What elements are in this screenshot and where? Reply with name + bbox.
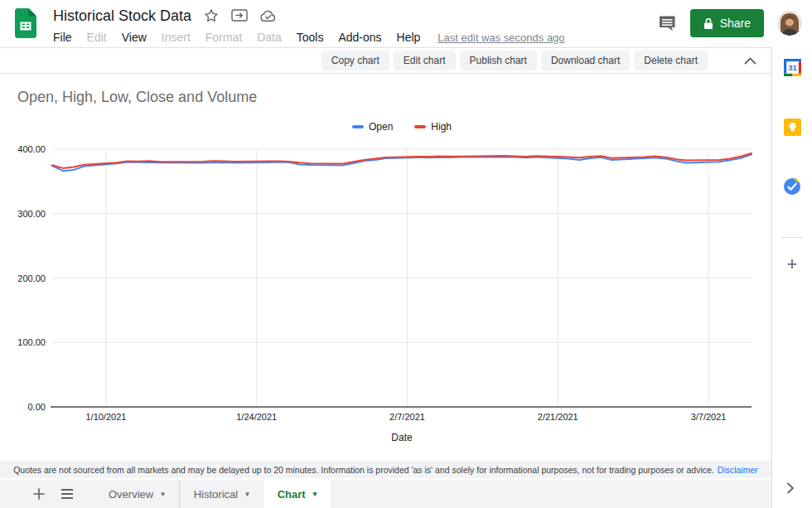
get-add-ons-button[interactable]: +: [787, 256, 798, 273]
menu-edit: Edit: [80, 31, 114, 44]
delete-chart-button[interactable]: Delete chart: [634, 51, 708, 70]
share-button-label: Share: [720, 17, 751, 30]
download-chart-button[interactable]: Download chart: [541, 51, 630, 70]
sheet-tabs: Overview▾Historical▾Chart▾: [94, 480, 331, 508]
menu-view[interactable]: View: [114, 31, 154, 44]
cloud-saved-icon[interactable]: [260, 10, 277, 22]
google-keep-icon[interactable]: [783, 118, 801, 136]
move-to-folder-icon[interactable]: [231, 9, 248, 22]
x-axis-tick-label: 2/7/2021: [389, 412, 425, 422]
share-button[interactable]: Share: [690, 9, 764, 37]
last-edit-link[interactable]: Last edit was seconds ago: [437, 31, 564, 44]
y-axis-tick-label: 400.00: [17, 144, 46, 154]
menu-insert: Insert: [154, 31, 198, 44]
sheet-tab-label: Historical: [194, 488, 238, 501]
y-axis-tick-label: 100.00: [17, 337, 46, 347]
document-title[interactable]: Historical Stock Data: [53, 7, 191, 25]
comment-history-icon[interactable]: [658, 15, 677, 32]
publish-chart-button[interactable]: Publish chart: [460, 51, 537, 70]
tab-dropdown-arrow-icon[interactable]: ▾: [245, 490, 249, 498]
y-axis-tick-label: 0.00: [28, 402, 46, 412]
hide-side-panel-button[interactable]: [785, 481, 796, 498]
sheet-tab-chart[interactable]: Chart▾: [263, 480, 331, 508]
sheet-tab-bar: Overview▾Historical▾Chart▾: [0, 480, 771, 508]
x-axis-title: Date: [391, 432, 413, 443]
lock-icon: [703, 17, 713, 30]
quotes-disclaimer-bar: Quotes are not sourced from all markets …: [0, 461, 771, 478]
google-sheets-app: Historical Stock Data FileEditViewInsert…: [0, 0, 812, 508]
menu-bar: FileEditViewInsertFormatDataToolsAdd-ons…: [53, 28, 565, 46]
x-axis-tick-label: 1/24/2021: [236, 412, 277, 422]
series-line-high: [52, 153, 752, 168]
menu-format: Format: [198, 31, 249, 44]
tab-dropdown-arrow-icon[interactable]: ▾: [161, 490, 165, 498]
x-axis-tick-label: 1/10/2021: [85, 412, 126, 422]
edit-chart-button[interactable]: Edit chart: [394, 51, 456, 70]
title-block: Historical Stock Data FileEditViewInsert…: [53, 5, 565, 46]
sheet-tab-label: Overview: [109, 488, 153, 501]
top-bar-right: Share: [658, 9, 802, 37]
collapse-toolbar-button[interactable]: [742, 56, 758, 66]
side-panel: 31 +: [771, 47, 812, 508]
star-icon[interactable]: [204, 8, 219, 23]
tab-dropdown-arrow-icon[interactable]: ▾: [313, 490, 317, 498]
menu-add-ons[interactable]: Add-ons: [331, 31, 389, 44]
google-tasks-icon[interactable]: [783, 177, 801, 196]
stock-line-chart: 0.00100.00200.00300.00400.001/10/20211/2…: [0, 75, 771, 461]
disclaimer-text: Quotes are not sourced from all markets …: [13, 465, 714, 475]
menu-help[interactable]: Help: [389, 31, 428, 44]
copy-chart-button[interactable]: Copy chart: [321, 51, 389, 70]
y-axis-tick-label: 200.00: [17, 273, 46, 283]
google-calendar-icon[interactable]: 31: [783, 58, 801, 76]
svg-text:31: 31: [788, 63, 797, 72]
x-axis-tick-label: 2/21/2021: [538, 412, 578, 422]
side-panel-divider: [781, 237, 803, 238]
add-sheet-button[interactable]: [25, 480, 53, 508]
x-axis-tick-label: 3/7/2021: [691, 412, 727, 422]
menu-file[interactable]: File: [53, 31, 80, 44]
all-sheets-menu-button[interactable]: [53, 480, 81, 508]
menu-tools[interactable]: Tools: [289, 31, 331, 44]
google-sheets-logo-icon[interactable]: [15, 8, 36, 41]
sheet-tab-historical[interactable]: Historical▾: [179, 480, 263, 508]
y-axis-tick-label: 300.00: [17, 209, 46, 219]
user-avatar[interactable]: [777, 11, 802, 36]
top-bar: Historical Stock Data FileEditViewInsert…: [0, 0, 812, 47]
sheet-tab-overview[interactable]: Overview▾: [94, 480, 179, 508]
sheet-tab-label: Chart: [278, 488, 306, 501]
chart-toolbar: Copy chartEdit chartPublish chartDownloa…: [0, 47, 771, 74]
menu-data: Data: [249, 31, 289, 44]
chart-canvas[interactable]: Open, High, Low, Close and Volume OpenHi…: [0, 75, 771, 461]
disclaimer-link[interactable]: Disclaimer: [718, 465, 758, 475]
